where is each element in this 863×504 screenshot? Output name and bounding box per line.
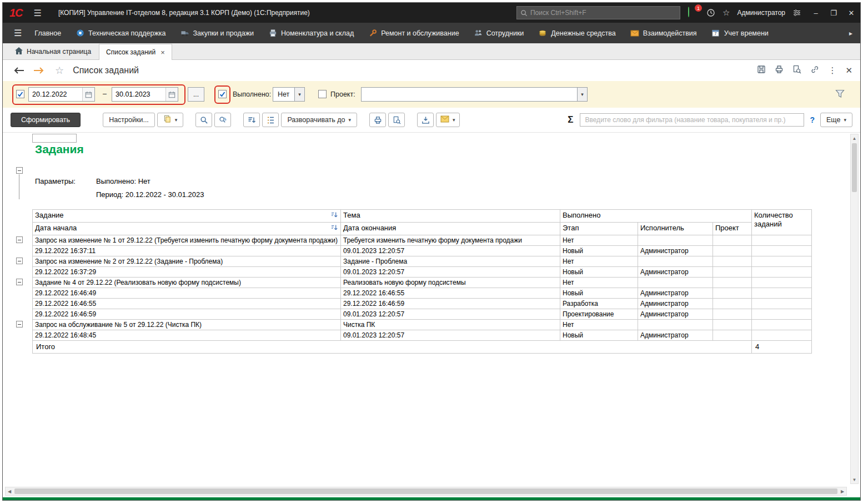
vertical-scrollbar-thumb[interactable] <box>852 143 857 192</box>
minimize-button[interactable]: – <box>807 3 825 23</box>
vertical-scrollbar[interactable]: ▲ ▼ <box>850 134 859 484</box>
scroll-down-arrow-icon[interactable]: ▼ <box>851 476 858 483</box>
cell-done: Нет <box>560 278 638 288</box>
tab-home[interactable]: Начальная страница <box>7 43 99 59</box>
find-button[interactable] <box>195 113 212 127</box>
close-form-icon[interactable]: ✕ <box>845 65 852 75</box>
add-to-favorites-star-icon[interactable]: ☆ <box>55 64 64 77</box>
back-button[interactable] <box>11 63 27 78</box>
report-group-row[interactable]: Запрос на изменение № 1 от 29.12.22 (Тре… <box>33 235 812 246</box>
collapse-group-button[interactable] <box>16 258 23 264</box>
save-file-button[interactable] <box>417 113 434 127</box>
current-user-label[interactable]: Администратор <box>737 9 785 17</box>
cell-stage <box>638 320 713 330</box>
generate-button[interactable]: Сформировать <box>11 113 81 127</box>
period-options-button[interactable]: ... <box>188 87 204 102</box>
project-filter-combo[interactable]: ▾ <box>361 87 588 102</box>
report-detail-row[interactable]: 29.12.2022 16:46:5529.12.2022 16:46:59Ра… <box>33 299 812 309</box>
report-detail-row[interactable]: 29.12.2022 16:37:1109.01.2023 12:20:57Но… <box>33 246 812 256</box>
print-preview-icon[interactable] <box>792 65 801 76</box>
scroll-up-arrow-icon[interactable]: ▲ <box>851 134 858 142</box>
email-icon <box>440 115 449 124</box>
settings-button[interactable]: Настройки... <box>103 113 155 127</box>
period-to-field <box>112 87 178 102</box>
quick-filter-input[interactable] <box>580 113 804 127</box>
save-icon[interactable] <box>757 65 766 76</box>
report-detail-row[interactable]: 29.12.2022 16:46:4929.12.2022 16:46:55Но… <box>33 288 812 299</box>
print-button[interactable] <box>369 113 386 127</box>
scroll-right-arrow-icon[interactable]: ▶ <box>839 487 846 495</box>
menu-section-4[interactable]: Номенклатура и склад <box>261 23 361 43</box>
horizontal-scrollbar[interactable]: ◀ ▶ <box>5 487 847 496</box>
forward-button[interactable] <box>31 63 47 78</box>
get-link-icon[interactable] <box>810 65 819 76</box>
tab-close-icon[interactable]: × <box>160 48 165 57</box>
discussions-icon[interactable]: 1 <box>688 7 699 18</box>
menu-section-1[interactable]: Главное <box>27 23 68 43</box>
send-email-button[interactable]: ▾ <box>436 113 460 127</box>
menu-section-7[interactable]: Денежные средства <box>531 23 623 43</box>
report-detail-row[interactable]: 29.12.2022 16:48:4509.01.2023 12:20:57Но… <box>33 330 812 341</box>
report-detail-row[interactable]: 29.12.2022 16:37:2909.01.2023 12:20:57Но… <box>33 267 812 278</box>
tab-home-label: Начальная страница <box>27 48 91 56</box>
report-header-row-2[interactable]: Дата начала Дата окончания Этап Исполнит… <box>33 223 812 235</box>
menu-section-3[interactable]: Закупки и продажи <box>173 23 262 43</box>
chevron-down-icon[interactable]: ▾ <box>578 87 588 102</box>
collapse-report-group-button[interactable] <box>16 167 23 174</box>
help-button[interactable]: ? <box>806 115 818 124</box>
collapse-group-button[interactable] <box>16 321 23 327</box>
main-menu-icon[interactable]: ☰ <box>27 8 48 18</box>
report-group-row[interactable]: Запрос на изменение № 2 от 29.12.22 (Зад… <box>33 256 812 267</box>
spreadsheet-corner-cell[interactable] <box>32 134 77 143</box>
find-next-button[interactable] <box>214 113 231 127</box>
menu-section-2[interactable]: Техническая поддержка <box>68 23 173 43</box>
report-detail-row[interactable]: 29.12.2022 16:46:5909.01.2023 12:20:57Пр… <box>33 309 812 320</box>
tools-icon[interactable] <box>792 8 801 17</box>
report-group-row[interactable]: Задание № 4 от 29.12.22 (Реализовать нов… <box>33 278 812 288</box>
menu-section-8[interactable]: Взаимодействия <box>623 23 704 43</box>
calendar-icon[interactable] <box>82 88 94 101</box>
period-checkbox[interactable] <box>16 90 24 98</box>
truck-icon <box>180 29 189 38</box>
report-total-row[interactable]: Итого4 <box>33 341 812 354</box>
cell-start-date: 29.12.2022 16:37:11 <box>33 246 341 256</box>
project-filter-checkbox[interactable] <box>318 90 327 98</box>
tab-task-list[interactable]: Список заданий × <box>99 44 172 60</box>
report-group-row[interactable]: Запрос на обслуживание № 5 от 29.12.22 (… <box>33 320 812 330</box>
print-icon[interactable] <box>775 65 784 76</box>
menu-section-5[interactable]: Ремонт и обслуживание <box>361 23 466 43</box>
expand-to-button[interactable]: Разворачивать до ▾ <box>281 113 357 127</box>
global-search-input[interactable] <box>530 9 676 17</box>
menu-section-6[interactable]: Сотрудники <box>466 23 531 43</box>
collapse-group-button[interactable] <box>16 236 23 243</box>
maximize-button[interactable]: ❐ <box>825 3 842 23</box>
more-actions-icon[interactable]: ⋮ <box>828 65 836 75</box>
period-from-input[interactable] <box>29 88 82 101</box>
history-icon[interactable] <box>706 8 715 17</box>
done-filter-checkbox[interactable] <box>218 90 227 98</box>
sort-ascending-button[interactable] <box>243 113 260 127</box>
sections-menu-icon[interactable]: ☰ <box>8 28 27 38</box>
collapse-group-button[interactable] <box>16 279 23 285</box>
outline-levels-button[interactable] <box>262 113 279 127</box>
autosum-sigma-icon[interactable]: Σ <box>563 114 578 125</box>
more-button[interactable]: Еще ▾ <box>820 113 852 127</box>
period-to-input[interactable] <box>112 88 165 101</box>
close-window-button[interactable]: ✕ <box>842 3 860 23</box>
menu-section-9[interactable]: 7Учет времени <box>704 23 776 43</box>
report-variants-button[interactable]: ▾ <box>157 113 184 127</box>
sections-overflow-arrow-icon[interactable]: ▸ <box>845 29 857 37</box>
money-icon <box>538 29 547 38</box>
preview-button[interactable] <box>388 113 405 127</box>
menu-section-label: Денежные средства <box>551 29 615 37</box>
done-filter-label: Выполнено: <box>233 90 271 98</box>
calendar-icon[interactable] <box>165 88 178 101</box>
report-header-row-1[interactable]: Задание Тема Выполнено Количество задани… <box>33 210 812 223</box>
filter-funnel-icon[interactable] <box>835 89 845 100</box>
done-filter-combo[interactable]: Нет ▾ <box>273 87 305 102</box>
favorites-star-icon[interactable]: ☆ <box>722 8 730 18</box>
global-search-box[interactable] <box>516 6 680 19</box>
chevron-down-icon[interactable]: ▾ <box>295 87 305 102</box>
scroll-left-arrow-icon[interactable]: ◀ <box>6 487 13 495</box>
horizontal-scrollbar-thumb[interactable] <box>14 488 837 494</box>
